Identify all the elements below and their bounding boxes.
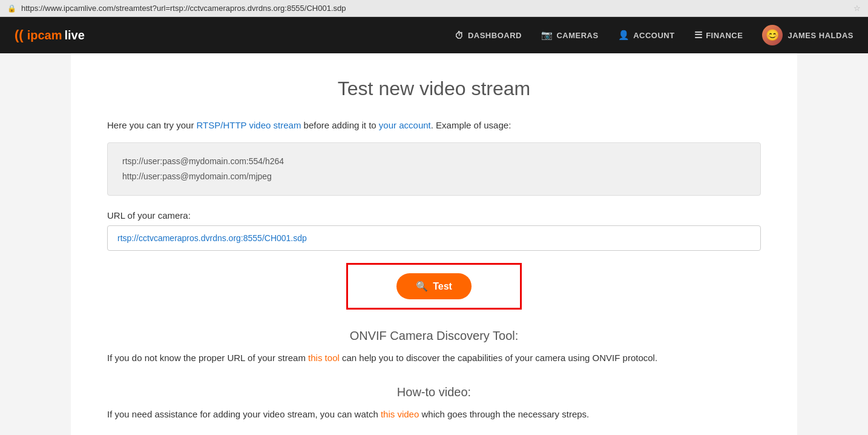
logo[interactable]: (( ipcamlive — [15, 27, 85, 43]
avatar: 😊 — [762, 25, 783, 45]
account-link[interactable]: your account — [379, 120, 431, 130]
nav-links: ⏱ DASHBOARD 📷 CAMERAS 👤 ACCOUNT ☰ FINANC… — [455, 25, 853, 45]
nav-account[interactable]: 👤 ACCOUNT — [618, 30, 675, 41]
test-button[interactable]: 🔍 Test — [396, 273, 472, 299]
url-label: URL of your camera: — [107, 210, 761, 221]
nav-cameras-label: CAMERAS — [556, 31, 598, 40]
nav-dashboard-label: DASHBOARD — [468, 31, 522, 40]
howto-text: If you need assistance for adding your v… — [107, 407, 761, 422]
example-line1: rtsp://user:pass@mydomain.com:554/h264 — [122, 154, 746, 169]
lock-icon: 🔒 — [7, 4, 16, 13]
logo-ipcam: ipcam — [27, 28, 62, 42]
this-tool-link[interactable]: this tool — [308, 353, 340, 363]
this-video-link[interactable]: this video — [381, 409, 419, 419]
dashboard-icon: ⏱ — [455, 30, 464, 41]
test-highlight-box: 🔍 Test — [346, 263, 522, 310]
onvif-text: If you do not know the proper URL of you… — [107, 350, 761, 366]
howto-text-part1: If you need assistance for adding your v… — [107, 409, 381, 419]
intro-text: Here you can try your RTSP/HTTP video st… — [107, 118, 761, 133]
intro-part1: Here you can try your — [107, 120, 197, 130]
url-input[interactable] — [107, 225, 761, 251]
main-content: Test new video stream Here you can try y… — [71, 53, 797, 435]
user-name: James Haldas — [787, 31, 853, 40]
page-title: Test new video stream — [107, 78, 761, 100]
logo-icon: (( — [15, 27, 24, 43]
onvif-title: ONVIF Camera Discovery Tool: — [107, 329, 761, 343]
howto-title: How-to video: — [107, 385, 761, 399]
faq-text: You can find useful information about ad… — [107, 431, 761, 435]
howto-text-part2: which goes through the necessary streps. — [419, 409, 589, 419]
intro-part2: before adding it to — [301, 120, 378, 130]
test-button-label: Test — [433, 281, 452, 292]
nav-finance[interactable]: ☰ FINANCE — [694, 30, 743, 41]
onvif-text-part1: If you do not know the proper URL of you… — [107, 353, 308, 363]
intro-part3: . Example of usage: — [431, 120, 511, 130]
rtsp-http-link[interactable]: RTSP/HTTP video stream — [197, 120, 301, 130]
search-icon: 🔍 — [416, 281, 428, 292]
avatar-emoji: 😊 — [766, 28, 780, 42]
browser-bar: 🔒 https://www.ipcamlive.com/streamtest?u… — [0, 0, 868, 17]
cameras-icon: 📷 — [541, 30, 553, 41]
example-box: rtsp://user:pass@mydomain.com:554/h264 h… — [107, 142, 761, 196]
example-line2: http://user:pass@mydomain.com/mjpeg — [122, 169, 746, 184]
navbar: (( ipcamlive ⏱ DASHBOARD 📷 CAMERAS 👤 ACC… — [0, 17, 868, 53]
nav-account-label: ACCOUNT — [633, 31, 675, 40]
star-icon: ☆ — [853, 4, 861, 13]
nav-finance-label: FINANCE — [706, 31, 743, 40]
user-profile[interactable]: 😊 James Haldas — [762, 25, 853, 45]
nav-dashboard[interactable]: ⏱ DASHBOARD — [455, 30, 522, 41]
browser-url: https://www.ipcamlive.com/streamtest?url… — [21, 4, 849, 13]
onvif-text-part2: can help you to discover the capabilitie… — [340, 353, 657, 363]
nav-cameras[interactable]: 📷 CAMERAS — [541, 30, 599, 41]
test-button-wrapper: 🔍 Test — [107, 263, 761, 310]
account-icon: 👤 — [618, 30, 630, 41]
logo-live: live — [64, 28, 84, 42]
finance-icon: ☰ — [694, 30, 703, 41]
